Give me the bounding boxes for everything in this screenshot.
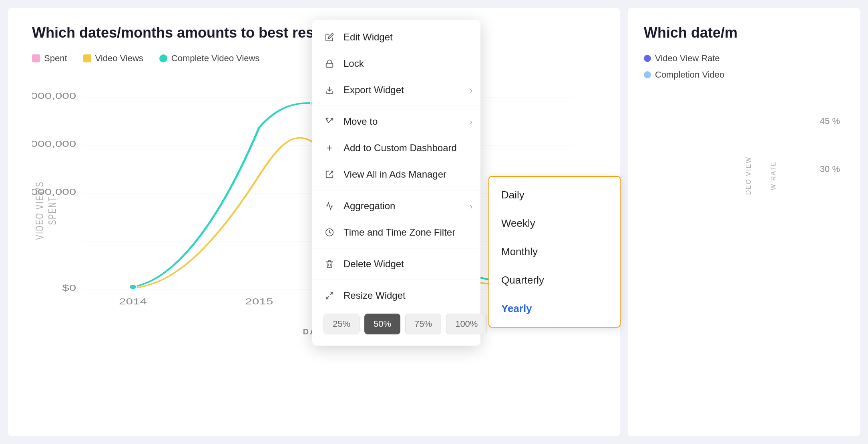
aggregation-submenu: Daily Weekly Monthly Quarterly Yearly xyxy=(488,176,621,328)
pencil-icon xyxy=(323,31,336,43)
menu-item-edit-widget[interactable]: Edit Widget xyxy=(312,24,480,50)
menu-label-lock: Lock xyxy=(344,58,364,69)
legend-item-complete-video: Complete Video Views xyxy=(159,53,260,64)
menu-item-time-filter[interactable]: Time and Time Zone Filter xyxy=(312,219,480,246)
agg-item-monthly[interactable]: Monthly xyxy=(489,238,620,266)
move-arrow-icon: › xyxy=(470,117,472,126)
legend-color-completion xyxy=(644,71,651,78)
menu-label-aggregation: Aggregation xyxy=(344,200,395,212)
menu-item-resize-widget[interactable]: Resize Widget xyxy=(312,282,480,309)
legend-color-spent xyxy=(32,54,40,62)
right-y-axis-label1: DEO VIEW xyxy=(745,156,752,195)
legend-color-complete-video xyxy=(159,54,167,62)
menu-label-time-filter: Time and Time Zone Filter xyxy=(344,227,455,238)
menu-item-view-all[interactable]: View All in Ads Manager xyxy=(312,161,480,188)
agg-item-daily[interactable]: Daily xyxy=(489,181,620,209)
legend-item-completion: Completion Video xyxy=(644,70,848,80)
right-chart-panel: Which date/m Video View Rate Completion … xyxy=(628,8,860,436)
menu-item-aggregation[interactable]: Aggregation › xyxy=(312,193,480,219)
menu-item-lock[interactable]: Lock xyxy=(312,50,480,77)
context-menu: Edit Widget Lock Export Widget › xyxy=(312,20,480,346)
right-legend: Video View Rate Completion Video xyxy=(644,53,848,80)
lock-icon xyxy=(323,58,336,70)
size-25-button[interactable]: 25% xyxy=(323,314,360,334)
legend-item-video-views: Video Views xyxy=(83,53,143,64)
download-icon xyxy=(323,84,336,96)
svg-point-16 xyxy=(129,284,137,290)
legend-label-spent: Spent xyxy=(44,53,67,64)
svg-text:2014: 2014 xyxy=(119,296,147,306)
menu-label-delete-widget: Delete Widget xyxy=(344,258,404,270)
size-100-button[interactable]: 100% xyxy=(446,314,487,334)
menu-item-move-to[interactable]: Move to › xyxy=(312,108,480,135)
menu-label-view-all: View All in Ads Manager xyxy=(344,169,446,180)
legend-color-view-rate xyxy=(644,55,651,62)
menu-item-add-custom[interactable]: Add to Custom Dashboard xyxy=(312,135,480,161)
legend-label-view-rate: Video View Rate xyxy=(655,53,720,64)
size-buttons-container: 25% 50% 75% 100% xyxy=(312,309,480,342)
svg-text:2015: 2015 xyxy=(245,296,273,306)
export-arrow-icon: › xyxy=(470,86,472,95)
external-icon xyxy=(323,168,336,180)
svg-text:$4,000,000: $4,000,000 xyxy=(32,139,76,149)
menu-divider-2 xyxy=(312,190,480,190)
menu-divider-4 xyxy=(312,280,480,280)
agg-item-yearly[interactable]: Yearly xyxy=(489,294,620,323)
agg-item-weekly[interactable]: Weekly xyxy=(489,209,620,238)
menu-item-delete-widget[interactable]: Delete Widget xyxy=(312,251,480,277)
svg-text:$6,000,000: $6,000,000 xyxy=(32,91,76,101)
svg-text:VIDEO VIEWS: VIDEO VIEWS xyxy=(34,181,46,240)
aggregate-icon xyxy=(323,200,336,212)
svg-line-26 xyxy=(326,296,329,299)
menu-divider-1 xyxy=(312,106,480,106)
menu-item-export-widget[interactable]: Export Widget › xyxy=(312,77,480,103)
svg-text:$0: $0 xyxy=(62,283,76,293)
size-75-button[interactable]: 75% xyxy=(405,314,441,334)
legend-label-completion: Completion Video xyxy=(655,70,724,80)
svg-text:SPENT: SPENT xyxy=(46,196,58,225)
right-y-tick-1: 45 % xyxy=(820,116,840,126)
legend-label-complete-video: Complete Video Views xyxy=(171,53,260,64)
clock-icon xyxy=(323,226,336,238)
agg-item-quarterly[interactable]: Quarterly xyxy=(489,266,620,294)
svg-line-25 xyxy=(330,292,333,295)
legend-color-video-views xyxy=(83,54,91,62)
right-y-tick-2: 30 % xyxy=(820,164,840,174)
move-icon xyxy=(323,116,336,128)
legend-item-spent: Spent xyxy=(32,53,67,64)
right-chart-area: 45 % 30 % DEO VIEW W RATE xyxy=(644,92,848,312)
trash-icon xyxy=(323,258,336,270)
menu-divider-3 xyxy=(312,248,480,248)
aggregation-arrow-icon: › xyxy=(470,202,472,211)
menu-label-move-to: Move to xyxy=(344,116,378,127)
resize-icon xyxy=(323,290,336,302)
plus-icon xyxy=(323,142,336,154)
menu-label-edit-widget: Edit Widget xyxy=(344,32,393,43)
menu-label-export-widget: Export Widget xyxy=(344,84,404,96)
legend-label-video-views: Video Views xyxy=(95,53,143,64)
menu-label-resize-widget: Resize Widget xyxy=(344,290,406,301)
svg-rect-20 xyxy=(326,63,333,67)
right-y-axis-label2: W RATE xyxy=(770,161,777,190)
right-chart-title: Which date/m xyxy=(644,24,848,41)
size-50-button[interactable]: 50% xyxy=(364,314,400,334)
menu-label-add-custom: Add to Custom Dashboard xyxy=(344,142,457,154)
legend-item-view-rate: Video View Rate xyxy=(644,53,848,64)
